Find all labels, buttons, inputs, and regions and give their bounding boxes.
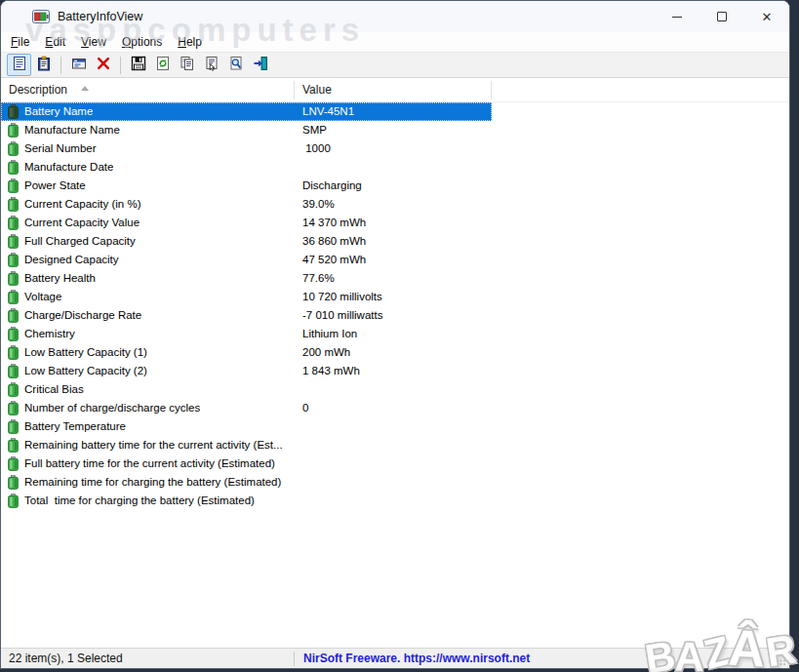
- table-row[interactable]: Battery Temperature: [1, 417, 492, 436]
- toolbar-separator: [60, 57, 61, 74]
- row-description: Manufacture Date: [24, 158, 113, 177]
- battery-icon: [8, 160, 19, 175]
- row-value: 77.6%: [302, 269, 335, 288]
- row-description: Chemistry: [24, 325, 75, 343]
- row-description: Manufacture Name: [24, 121, 120, 139]
- clipboard-icon: [36, 56, 52, 74]
- menu-item-view[interactable]: View: [73, 33, 114, 51]
- table-row[interactable]: Battery NameLNV-45N1: [1, 102, 492, 121]
- toolbar-delete-button[interactable]: [91, 54, 115, 76]
- battery-icon: [8, 104, 19, 119]
- table-row[interactable]: Critical Bias: [1, 380, 492, 399]
- toolbar-save-button[interactable]: [126, 54, 150, 76]
- table-row[interactable]: Current Capacity Value14 370 mWh: [1, 214, 492, 232]
- battery-icon: [8, 141, 19, 156]
- report-view-icon: [12, 56, 27, 74]
- battery-icon: [8, 216, 19, 230]
- row-description: Number of charge/discharge cycles: [24, 399, 200, 417]
- menu-item-help[interactable]: Help: [170, 33, 210, 51]
- toolbar-find-button[interactable]: [223, 54, 248, 76]
- exit-door-icon: [253, 56, 268, 74]
- table-row[interactable]: Full Charged Capacity36 860 mWh: [1, 232, 492, 251]
- row-description: Total time for charging the battery (Est…: [24, 492, 255, 510]
- properties-icon: [204, 56, 220, 74]
- maximize-button[interactable]: [699, 1, 744, 32]
- table-row[interactable]: Total time for charging the battery (Est…: [1, 492, 492, 510]
- toolbar-clipboard-button[interactable]: [31, 54, 56, 76]
- toolbar-choose-columns-button[interactable]: [66, 54, 91, 76]
- table-row[interactable]: Designed Capacity47 520 mWh: [1, 251, 492, 269]
- column-header-description[interactable]: Description: [9, 78, 67, 102]
- maximize-icon: [717, 12, 727, 21]
- row-value: -7 010 milliwatts: [302, 306, 382, 325]
- toolbar-properties-button[interactable]: [199, 54, 223, 76]
- close-icon: ✕: [762, 11, 773, 23]
- menu-item-options[interactable]: Options: [114, 33, 170, 51]
- battery-icon: [8, 290, 19, 304]
- battery-icon: [8, 475, 19, 490]
- table-row[interactable]: Low Battery Capacity (1)200 mWh: [1, 343, 492, 362]
- row-value: 14 370 mWh: [302, 214, 366, 232]
- status-bar: 22 item(s), 1 Selected NirSoft Freeware.…: [1, 648, 789, 668]
- table-row[interactable]: ChemistryLithium Ion: [1, 325, 492, 343]
- battery-icon: [8, 419, 19, 434]
- nirsoft-link[interactable]: NirSoft Freeware. https://www.nirsoft.ne…: [295, 652, 530, 665]
- table-row[interactable]: Battery Health77.6%: [1, 269, 492, 288]
- table-row[interactable]: Manufacture NameSMP: [1, 121, 492, 139]
- menu-bar: FileEditViewOptionsHelp: [1, 32, 789, 52]
- row-value: 200 mWh: [302, 343, 350, 362]
- column-header-value[interactable]: Value: [302, 78, 332, 102]
- minimize-button[interactable]: [655, 1, 699, 32]
- battery-icon: [8, 197, 19, 212]
- row-description: Battery Name: [24, 102, 93, 121]
- table-row[interactable]: Charge/Discharge Rate-7 010 milliwatts: [1, 306, 492, 325]
- row-description: Full battery time for the current activi…: [24, 455, 275, 473]
- table-row[interactable]: Voltage10 720 millivolts: [1, 288, 492, 306]
- delete-x-icon: [96, 56, 111, 74]
- row-description: Remaining time for charging the battery …: [24, 473, 281, 492]
- row-value: 47 520 mWh: [302, 251, 366, 269]
- app-window: BatteryInfoView ✕ FileEditViewOptionsHel…: [0, 0, 790, 669]
- toolbar-copy-button[interactable]: [175, 54, 199, 76]
- row-value: Discharging: [302, 177, 362, 195]
- table-row[interactable]: Serial Number 1000: [1, 139, 492, 158]
- table-row[interactable]: Power StateDischarging: [1, 177, 492, 195]
- table-row[interactable]: Remaining battery time for the current a…: [1, 436, 492, 455]
- row-description: Current Capacity Value: [24, 214, 140, 232]
- battery-icon: [8, 308, 19, 323]
- column-divider[interactable]: [491, 81, 492, 99]
- row-description: Power State: [24, 177, 86, 195]
- list-view: Description Value Battery NameLNV-45N1Ma…: [1, 78, 789, 650]
- row-value: 36 860 mWh: [302, 232, 366, 251]
- row-value: 1 843 mWh: [302, 362, 360, 380]
- battery-icon: [8, 123, 19, 138]
- table-row[interactable]: Current Capacity (in %)39.0%: [1, 195, 492, 214]
- toolbar-exit-button[interactable]: [248, 54, 272, 76]
- close-button[interactable]: ✕: [744, 1, 789, 32]
- battery-icon: [8, 364, 19, 378]
- table-row[interactable]: Remaining time for charging the battery …: [1, 473, 492, 492]
- table-row[interactable]: Full battery time for the current activi…: [1, 455, 492, 473]
- row-value: 39.0%: [302, 195, 335, 214]
- save-floppy-icon: [131, 56, 146, 74]
- row-description: Designed Capacity: [24, 251, 119, 269]
- toolbar-report-view-button[interactable]: [7, 54, 31, 76]
- row-description: Full Charged Capacity: [24, 232, 136, 251]
- row-description: Low Battery Capacity (1): [24, 343, 147, 362]
- row-value: 0: [302, 399, 308, 417]
- menu-item-edit[interactable]: Edit: [37, 33, 73, 51]
- copy-icon: [180, 56, 195, 74]
- table-row[interactable]: Manufacture Date: [1, 158, 492, 177]
- column-divider[interactable]: [294, 81, 295, 99]
- menu-item-file[interactable]: File: [3, 33, 37, 51]
- toolbar-refresh-button[interactable]: [150, 54, 175, 76]
- table-row[interactable]: Number of charge/discharge cycles0: [1, 399, 492, 417]
- row-value: 10 720 millivolts: [302, 288, 382, 306]
- battery-icon: [8, 253, 19, 267]
- battery-icon: [8, 401, 19, 415]
- resize-grip[interactable]: [776, 654, 786, 665]
- table-row[interactable]: Low Battery Capacity (2)1 843 mWh: [1, 362, 492, 380]
- minimize-icon: [672, 17, 682, 18]
- battery-icon: [8, 234, 19, 249]
- title-bar: BatteryInfoView ✕: [1, 1, 789, 32]
